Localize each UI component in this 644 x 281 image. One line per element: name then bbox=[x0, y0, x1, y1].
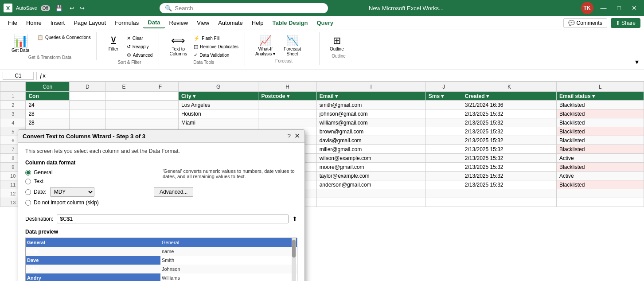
ribbon-expand[interactable]: ▾ bbox=[633, 56, 640, 68]
preview-header-col2: General bbox=[160, 238, 297, 247]
help-icon[interactable]: ? bbox=[287, 133, 291, 140]
forecast-sheet-icon: 📉 bbox=[286, 35, 298, 47]
general-note-section: 'General' converts numeric values to num… bbox=[154, 160, 297, 209]
comments-button[interactable]: 💬 Comments bbox=[563, 18, 607, 28]
ribbon-filter[interactable]: ⊻ Filter bbox=[105, 34, 122, 53]
preview-cell: Williams bbox=[160, 273, 297, 281]
menubar: File Home Insert Page Layout Formulas Da… bbox=[0, 16, 644, 30]
ribbon-data-validation[interactable]: ✓ Data Validation bbox=[192, 51, 240, 59]
ribbon-outline[interactable]: ⊞ Outline bbox=[328, 34, 346, 53]
reapply-icon: ↺ bbox=[127, 44, 131, 50]
close-button[interactable]: ✕ bbox=[628, 4, 640, 12]
dialog-description: This screen lets you select each column … bbox=[25, 148, 297, 154]
workbook-title: New Microsoft Excel Works... bbox=[369, 5, 444, 12]
radio-date[interactable] bbox=[25, 189, 31, 195]
ribbon-forecast-group: 📈 What-IfAnalysis ▾ 📉 ForecastSheet Fore… bbox=[249, 32, 320, 65]
data-preview-label: Data preview bbox=[25, 229, 297, 235]
preview-row: Dave Smith bbox=[26, 256, 297, 265]
dialog-title: Convert Text to Columns Wizard - Step 3 … bbox=[23, 133, 145, 140]
titlebar-left: X AutoSave Off 💾 ↩ ↪ bbox=[4, 4, 160, 12]
ribbon-remove-duplicates[interactable]: ◫ Remove Duplicates bbox=[192, 43, 240, 51]
radio-skip-row[interactable]: Do not import column (skip) bbox=[25, 199, 145, 206]
ribbon: 📊 Get Data 📋 Queries & Connections Get &… bbox=[0, 30, 644, 70]
autosave-label: AutoSave bbox=[16, 5, 37, 11]
destination-input[interactable] bbox=[57, 215, 289, 223]
menu-page-layout[interactable]: Page Layout bbox=[69, 18, 110, 28]
autosave-toggle[interactable]: Off bbox=[41, 5, 50, 11]
text-to-columns-label: Text toColumns bbox=[170, 47, 187, 56]
fx-icon[interactable]: ƒx bbox=[39, 72, 46, 79]
filter-icon: ⊻ bbox=[110, 35, 117, 47]
ribbon-reapply[interactable]: ↺ Reapply bbox=[125, 43, 154, 51]
radio-date-label-row[interactable]: Date: bbox=[25, 189, 47, 195]
outline-group-label: Outline bbox=[328, 53, 350, 59]
menu-formulas[interactable]: Formulas bbox=[110, 18, 143, 28]
avatar[interactable]: TK bbox=[581, 2, 593, 14]
radio-general-row[interactable]: General bbox=[25, 169, 145, 176]
ribbon-transform-tools: 📋 Queries & Connections bbox=[35, 34, 93, 41]
ribbon-what-if[interactable]: 📈 What-IfAnalysis ▾ bbox=[253, 34, 277, 58]
menu-table-design[interactable]: Table Design bbox=[268, 18, 312, 28]
menu-automate[interactable]: Automate bbox=[214, 18, 247, 28]
menu-insert[interactable]: Insert bbox=[46, 18, 70, 28]
section-label: Column data format bbox=[25, 160, 145, 166]
preview-scrollbar[interactable] bbox=[292, 238, 296, 281]
preview-cell: First bbox=[26, 247, 160, 256]
preview-row: John Johnson bbox=[26, 265, 297, 273]
search-input[interactable] bbox=[175, 5, 323, 12]
preview-cell: name bbox=[160, 247, 297, 256]
maximize-button[interactable]: □ bbox=[614, 4, 624, 12]
get-data-label: Get Data bbox=[12, 48, 29, 53]
get-data-icon: 📊 bbox=[13, 33, 28, 48]
destination-label: Destination: bbox=[25, 216, 53, 222]
ribbon-get-data[interactable]: 📊 Get Data bbox=[7, 32, 34, 54]
preview-scrollthumb bbox=[292, 240, 296, 258]
redo-button[interactable]: ↪ bbox=[78, 4, 86, 12]
radio-group: General Text Date: bbox=[25, 169, 145, 206]
radio-text[interactable] bbox=[25, 179, 31, 184]
data-tools-other: ⚡ Flash Fill ◫ Remove Duplicates ✓ Data … bbox=[192, 35, 240, 59]
menu-help[interactable]: Help bbox=[247, 18, 268, 28]
date-format-select[interactable]: MDY DMY YMD bbox=[50, 187, 94, 197]
save-button[interactable]: 💾 bbox=[54, 4, 64, 12]
dialog-titlebar: Convert Text to Columns Wizard - Step 3 … bbox=[18, 130, 304, 143]
minimize-button[interactable]: — bbox=[597, 4, 610, 12]
advanced-button[interactable]: Advanced... bbox=[154, 187, 193, 197]
radio-general-label: General bbox=[34, 169, 53, 176]
preview-row: First name bbox=[26, 247, 297, 256]
get-transform-label: Get & Transform Data bbox=[7, 54, 93, 60]
formula-input[interactable] bbox=[47, 73, 641, 79]
ribbon-text-to-columns[interactable]: ⟺ Text toColumns bbox=[167, 34, 189, 58]
preview-table: General General First name Dave Smith bbox=[26, 238, 297, 281]
menu-query[interactable]: Query bbox=[312, 18, 338, 28]
menu-home[interactable]: Home bbox=[22, 18, 46, 28]
radio-skip[interactable] bbox=[25, 200, 31, 206]
ribbon-advanced[interactable]: ⚙ Advanced bbox=[125, 51, 154, 59]
ribbon-forecast-sheet[interactable]: 📉 ForecastSheet bbox=[280, 34, 304, 58]
outline-label: Outline bbox=[330, 47, 344, 51]
menu-data[interactable]: Data bbox=[143, 17, 164, 28]
preview-header-col1: General bbox=[26, 238, 160, 247]
search-box[interactable]: 🔍 bbox=[160, 3, 328, 13]
menu-review[interactable]: Review bbox=[165, 18, 193, 28]
radio-text-row[interactable]: Text bbox=[25, 178, 145, 184]
undo-button[interactable]: ↩ bbox=[68, 4, 76, 12]
ribbon-flash-fill[interactable]: ⚡ Flash Fill bbox=[192, 35, 240, 42]
ribbon-outline-group: ⊞ Outline Outline bbox=[323, 32, 354, 60]
radio-general[interactable] bbox=[25, 170, 31, 176]
dialog-overlay: Convert Text to Columns Wizard - Step 3 … bbox=[0, 82, 644, 281]
share-button[interactable]: ⬆ Share bbox=[611, 18, 640, 28]
name-box[interactable]: C1 bbox=[3, 72, 34, 80]
menu-view[interactable]: View bbox=[192, 18, 214, 28]
main-area: Con D E F G H I J K L 1 bbox=[0, 82, 644, 281]
destination-row: Destination: ⬆ bbox=[25, 215, 297, 223]
destination-collapse-icon[interactable]: ⬆ bbox=[292, 215, 297, 222]
menu-file[interactable]: File bbox=[4, 18, 22, 28]
ribbon-sort-filter-group: ⊻ Filter ✕ Clear ↺ Reapply ⚙ Advanced bbox=[100, 32, 159, 66]
general-note: 'General' converts numeric values to num… bbox=[163, 168, 297, 179]
radio-date-row: Date: MDY DMY YMD bbox=[25, 187, 145, 197]
ribbon-queries-connections[interactable]: 📋 Queries & Connections bbox=[35, 34, 93, 41]
app: X AutoSave Off 💾 ↩ ↪ 🔍 New Microsoft Exc… bbox=[0, 0, 644, 281]
close-dialog-button[interactable]: ✕ bbox=[294, 133, 300, 140]
ribbon-clear[interactable]: ✕ Clear bbox=[125, 35, 154, 42]
